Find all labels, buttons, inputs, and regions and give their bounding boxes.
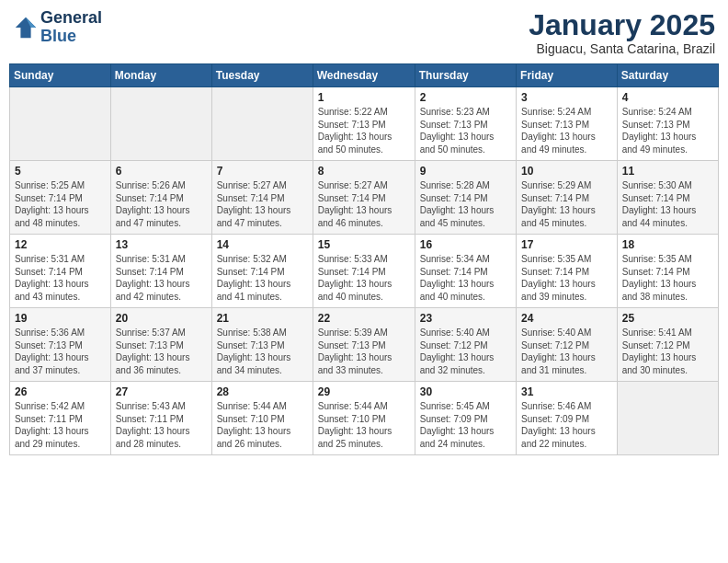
calendar-week-row: 5Sunrise: 5:25 AM Sunset: 7:14 PM Daylig… [10, 161, 719, 235]
day-info: Sunrise: 5:31 AM Sunset: 7:14 PM Dayligh… [15, 253, 106, 303]
day-info: Sunrise: 5:39 AM Sunset: 7:13 PM Dayligh… [318, 327, 410, 376]
calendar-week-row: 12Sunrise: 5:31 AM Sunset: 7:14 PM Dayli… [10, 235, 719, 308]
weekday-header-sunday: Sunday [10, 64, 111, 87]
day-info: Sunrise: 5:43 AM Sunset: 7:11 PM Dayligh… [116, 400, 207, 450]
day-info: Sunrise: 5:35 AM Sunset: 7:14 PM Dayligh… [521, 253, 612, 303]
calendar-cell: 10Sunrise: 5:29 AM Sunset: 7:14 PM Dayli… [517, 161, 618, 235]
day-number: 6 [116, 165, 207, 178]
day-info: Sunrise: 5:30 AM Sunset: 7:14 PM Dayligh… [622, 179, 713, 229]
day-info: Sunrise: 5:45 AM Sunset: 7:09 PM Dayligh… [420, 400, 511, 450]
weekday-header-friday: Friday [517, 64, 618, 87]
day-number: 28 [217, 385, 308, 398]
day-info: Sunrise: 5:40 AM Sunset: 7:12 PM Dayligh… [521, 327, 612, 376]
day-info: Sunrise: 5:24 AM Sunset: 7:13 PM Dayligh… [622, 106, 713, 155]
day-info: Sunrise: 5:34 AM Sunset: 7:14 PM Dayligh… [420, 253, 511, 303]
day-info: Sunrise: 5:38 AM Sunset: 7:13 PM Dayligh… [217, 327, 308, 376]
day-info: Sunrise: 5:28 AM Sunset: 7:14 PM Dayligh… [420, 179, 511, 229]
calendar-cell: 26Sunrise: 5:42 AM Sunset: 7:11 PM Dayli… [10, 382, 111, 455]
day-number: 2 [420, 91, 511, 104]
calendar-cell: 20Sunrise: 5:37 AM Sunset: 7:13 PM Dayli… [110, 308, 211, 382]
calendar-cell: 18Sunrise: 5:35 AM Sunset: 7:14 PM Dayli… [617, 235, 718, 308]
calendar-cell: 19Sunrise: 5:36 AM Sunset: 7:13 PM Dayli… [10, 308, 111, 382]
weekday-header-saturday: Saturday [617, 64, 718, 87]
weekday-header-monday: Monday [110, 64, 211, 87]
day-number: 24 [521, 312, 612, 325]
day-info: Sunrise: 5:27 AM Sunset: 7:14 PM Dayligh… [217, 179, 308, 229]
day-number: 26 [15, 385, 106, 398]
day-number: 31 [521, 385, 612, 398]
day-number: 20 [116, 312, 207, 325]
day-number: 25 [622, 312, 713, 325]
day-info: Sunrise: 5:22 AM Sunset: 7:13 PM Dayligh… [318, 106, 410, 155]
logo: General Blue [13, 9, 102, 46]
logo-text: General Blue [40, 9, 102, 46]
day-info: Sunrise: 5:26 AM Sunset: 7:14 PM Dayligh… [116, 179, 207, 229]
calendar-cell: 27Sunrise: 5:43 AM Sunset: 7:11 PM Dayli… [110, 382, 211, 455]
calendar-week-row: 26Sunrise: 5:42 AM Sunset: 7:11 PM Dayli… [10, 382, 719, 455]
day-number: 14 [217, 238, 308, 251]
calendar-week-row: 19Sunrise: 5:36 AM Sunset: 7:13 PM Dayli… [10, 308, 719, 382]
day-number: 10 [521, 165, 612, 178]
weekday-header-thursday: Thursday [415, 64, 516, 87]
calendar-cell: 24Sunrise: 5:40 AM Sunset: 7:12 PM Dayli… [517, 308, 618, 382]
calendar-cell: 15Sunrise: 5:33 AM Sunset: 7:14 PM Dayli… [313, 235, 415, 308]
calendar-cell: 3Sunrise: 5:24 AM Sunset: 7:13 PM Daylig… [517, 87, 618, 161]
day-info: Sunrise: 5:32 AM Sunset: 7:14 PM Dayligh… [217, 253, 308, 303]
calendar-cell: 28Sunrise: 5:44 AM Sunset: 7:10 PM Dayli… [211, 382, 313, 455]
calendar-cell [211, 87, 313, 161]
day-number: 19 [15, 312, 106, 325]
calendar-cell: 2Sunrise: 5:23 AM Sunset: 7:13 PM Daylig… [415, 87, 516, 161]
day-info: Sunrise: 5:42 AM Sunset: 7:11 PM Dayligh… [15, 400, 106, 450]
calendar-cell: 29Sunrise: 5:44 AM Sunset: 7:10 PM Dayli… [313, 382, 415, 455]
day-info: Sunrise: 5:46 AM Sunset: 7:09 PM Dayligh… [521, 400, 612, 450]
day-number: 5 [15, 165, 106, 178]
weekday-header-wednesday: Wednesday [313, 64, 415, 87]
calendar-cell: 14Sunrise: 5:32 AM Sunset: 7:14 PM Dayli… [211, 235, 313, 308]
day-number: 23 [420, 312, 511, 325]
calendar-cell: 7Sunrise: 5:27 AM Sunset: 7:14 PM Daylig… [211, 161, 313, 235]
day-number: 15 [318, 238, 410, 251]
calendar-cell: 9Sunrise: 5:28 AM Sunset: 7:14 PM Daylig… [415, 161, 516, 235]
day-number: 16 [420, 238, 511, 251]
day-number: 12 [15, 238, 106, 251]
calendar-cell: 22Sunrise: 5:39 AM Sunset: 7:13 PM Dayli… [313, 308, 415, 382]
calendar-cell: 4Sunrise: 5:24 AM Sunset: 7:13 PM Daylig… [617, 87, 718, 161]
day-number: 17 [521, 238, 612, 251]
day-info: Sunrise: 5:29 AM Sunset: 7:14 PM Dayligh… [521, 179, 612, 229]
day-number: 18 [622, 238, 713, 251]
calendar-cell: 11Sunrise: 5:30 AM Sunset: 7:14 PM Dayli… [617, 161, 718, 235]
day-number: 22 [318, 312, 410, 325]
title-block: January 2025 Biguacu, Santa Catarina, Br… [529, 9, 715, 56]
day-info: Sunrise: 5:41 AM Sunset: 7:12 PM Dayligh… [622, 327, 713, 376]
calendar-cell: 8Sunrise: 5:27 AM Sunset: 7:14 PM Daylig… [313, 161, 415, 235]
day-info: Sunrise: 5:24 AM Sunset: 7:13 PM Dayligh… [521, 106, 612, 155]
weekday-header-tuesday: Tuesday [211, 64, 313, 87]
day-info: Sunrise: 5:25 AM Sunset: 7:14 PM Dayligh… [15, 179, 106, 229]
calendar-cell: 12Sunrise: 5:31 AM Sunset: 7:14 PM Dayli… [10, 235, 111, 308]
calendar-cell: 16Sunrise: 5:34 AM Sunset: 7:14 PM Dayli… [415, 235, 516, 308]
day-number: 8 [318, 165, 410, 178]
day-number: 3 [521, 91, 612, 104]
day-number: 30 [420, 385, 511, 398]
calendar-cell: 6Sunrise: 5:26 AM Sunset: 7:14 PM Daylig… [110, 161, 211, 235]
day-info: Sunrise: 5:36 AM Sunset: 7:13 PM Dayligh… [15, 327, 106, 376]
day-number: 9 [420, 165, 511, 178]
day-number: 29 [318, 385, 410, 398]
calendar-cell: 5Sunrise: 5:25 AM Sunset: 7:14 PM Daylig… [10, 161, 111, 235]
location: Biguacu, Santa Catarina, Brazil [529, 41, 715, 56]
calendar-cell: 13Sunrise: 5:31 AM Sunset: 7:14 PM Dayli… [110, 235, 211, 308]
calendar-cell: 31Sunrise: 5:46 AM Sunset: 7:09 PM Dayli… [517, 382, 618, 455]
calendar-cell: 23Sunrise: 5:40 AM Sunset: 7:12 PM Dayli… [415, 308, 516, 382]
day-number: 7 [217, 165, 308, 178]
day-number: 11 [622, 165, 713, 178]
calendar-cell: 25Sunrise: 5:41 AM Sunset: 7:12 PM Dayli… [617, 308, 718, 382]
calendar-cell [110, 87, 211, 161]
day-number: 21 [217, 312, 308, 325]
calendar-cell [617, 382, 718, 455]
day-info: Sunrise: 5:37 AM Sunset: 7:13 PM Dayligh… [116, 327, 207, 376]
day-info: Sunrise: 5:44 AM Sunset: 7:10 PM Dayligh… [217, 400, 308, 450]
logo-icon [13, 15, 39, 40]
page-header: General Blue January 2025 Biguacu, Santa… [9, 9, 719, 56]
day-number: 27 [116, 385, 207, 398]
weekday-header-row: SundayMondayTuesdayWednesdayThursdayFrid… [10, 64, 719, 87]
